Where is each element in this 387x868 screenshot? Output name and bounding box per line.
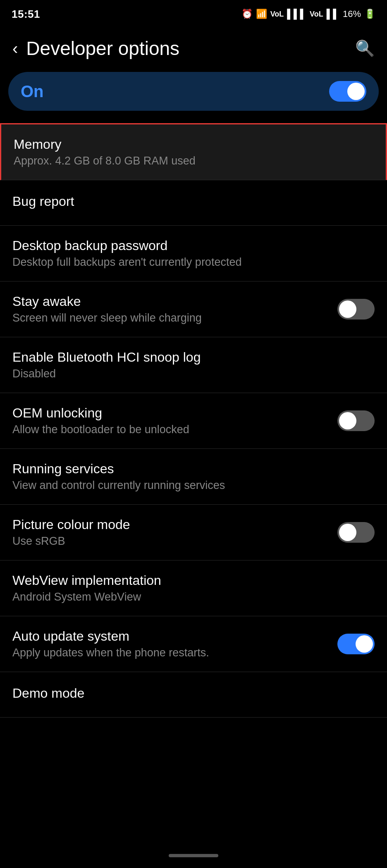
signal1-icon: ▌▌▌: [287, 9, 306, 19]
setting-item-desktop-backup-password[interactable]: Desktop backup passwordDesktop full back…: [0, 226, 387, 281]
on-label: On: [21, 82, 44, 101]
setting-subtitle-oem-unlocking: Allow the bootloader to be unlocked: [12, 423, 337, 436]
setting-text-oem-unlocking: OEM unlockingAllow the bootloader to be …: [12, 405, 337, 436]
setting-subtitle-picture-colour-mode: Use sRGB: [12, 535, 337, 548]
toggle-auto-update-system[interactable]: [337, 634, 375, 654]
setting-subtitle-running-services: View and control currently running servi…: [12, 479, 375, 492]
setting-subtitle-auto-update-system: Apply updates when the phone restarts.: [12, 646, 337, 659]
setting-item-demo-mode[interactable]: Demo mode: [0, 672, 387, 718]
page-header: ‹ Developer options 🔍: [0, 25, 387, 68]
back-button[interactable]: ‹: [12, 40, 18, 57]
status-right: ⏰ 📶 VoL ▌▌▌ VoL ▌▌ 16% 🔋: [241, 9, 375, 19]
signal2-icon: ▌▌: [327, 9, 339, 19]
navigation-bar: [0, 843, 387, 868]
setting-text-webview-implementation: WebView implementationAndroid System Web…: [12, 573, 375, 603]
setting-title-picture-colour-mode: Picture colour mode: [12, 517, 337, 532]
page-title: Developer options: [26, 37, 179, 60]
setting-text-desktop-backup-password: Desktop backup passwordDesktop full back…: [12, 238, 375, 269]
battery-level: 16%: [343, 9, 361, 19]
toggle-oem-unlocking[interactable]: [337, 410, 375, 431]
setting-subtitle-webview-implementation: Android System WebView: [12, 591, 375, 603]
setting-title-enable-bluetooth-hci-snoop-log: Enable Bluetooth HCI snoop log: [12, 350, 375, 365]
setting-title-oem-unlocking: OEM unlocking: [12, 405, 337, 421]
setting-title-demo-mode: Demo mode: [12, 686, 375, 701]
setting-subtitle-stay-awake: Screen will never sleep while charging: [12, 312, 337, 324]
setting-item-picture-colour-mode[interactable]: Picture colour modeUse sRGB: [0, 505, 387, 560]
setting-title-webview-implementation: WebView implementation: [12, 573, 375, 588]
setting-text-enable-bluetooth-hci-snoop-log: Enable Bluetooth HCI snoop logDisabled: [12, 350, 375, 380]
setting-item-auto-update-system[interactable]: Auto update systemApply updates when the…: [0, 616, 387, 672]
volte1-icon: VoL: [270, 10, 284, 19]
setting-title-running-services: Running services: [12, 461, 375, 477]
setting-item-oem-unlocking[interactable]: OEM unlockingAllow the bootloader to be …: [0, 393, 387, 449]
setting-text-demo-mode: Demo mode: [12, 686, 375, 703]
developer-options-toggle-banner[interactable]: On: [8, 72, 379, 111]
setting-item-enable-bluetooth-hci-snoop-log[interactable]: Enable Bluetooth HCI snoop logDisabled: [0, 337, 387, 393]
setting-item-stay-awake[interactable]: Stay awakeScreen will never sleep while …: [0, 281, 387, 337]
developer-options-toggle[interactable]: [329, 81, 366, 102]
header-left: ‹ Developer options: [12, 37, 179, 60]
setting-subtitle-memory: Approx. 4.2 GB of 8.0 GB RAM used: [14, 155, 373, 167]
setting-item-memory[interactable]: MemoryApprox. 4.2 GB of 8.0 GB RAM used: [0, 123, 387, 180]
status-time: 15:51: [12, 8, 40, 21]
setting-text-picture-colour-mode: Picture colour modeUse sRGB: [12, 517, 337, 548]
toggle-knob: [347, 83, 365, 100]
settings-list: MemoryApprox. 4.2 GB of 8.0 GB RAM usedB…: [0, 123, 387, 718]
setting-text-bug-report: Bug report: [12, 194, 375, 212]
setting-subtitle-enable-bluetooth-hci-snoop-log: Disabled: [12, 367, 375, 380]
toggle-knob-picture-colour-mode: [339, 524, 356, 541]
alarm-icon: ⏰: [241, 9, 253, 19]
setting-title-bug-report: Bug report: [12, 194, 375, 209]
wifi-icon: 📶: [256, 9, 267, 19]
volte2-icon: VoL: [310, 10, 323, 19]
setting-title-stay-awake: Stay awake: [12, 294, 337, 309]
setting-item-webview-implementation[interactable]: WebView implementationAndroid System Web…: [0, 560, 387, 616]
toggle-picture-colour-mode[interactable]: [337, 522, 375, 543]
setting-text-auto-update-system: Auto update systemApply updates when the…: [12, 629, 337, 659]
status-bar: 15:51 ⏰ 📶 VoL ▌▌▌ VoL ▌▌ 16% 🔋: [0, 0, 387, 25]
toggle-knob-stay-awake: [339, 300, 356, 318]
setting-title-desktop-backup-password: Desktop backup password: [12, 238, 375, 253]
nav-pill: [169, 854, 218, 857]
setting-text-memory: MemoryApprox. 4.2 GB of 8.0 GB RAM used: [14, 137, 373, 167]
setting-text-stay-awake: Stay awakeScreen will never sleep while …: [12, 294, 337, 324]
setting-subtitle-desktop-backup-password: Desktop full backups aren't currently pr…: [12, 256, 375, 269]
setting-text-running-services: Running servicesView and control current…: [12, 461, 375, 492]
search-button[interactable]: 🔍: [355, 39, 375, 57]
battery-icon: 🔋: [364, 9, 375, 19]
setting-item-running-services[interactable]: Running servicesView and control current…: [0, 449, 387, 505]
toggle-knob-oem-unlocking: [339, 412, 356, 429]
setting-item-bug-report[interactable]: Bug report: [0, 180, 387, 226]
toggle-knob-auto-update-system: [356, 635, 373, 653]
toggle-stay-awake[interactable]: [337, 299, 375, 320]
setting-title-auto-update-system: Auto update system: [12, 629, 337, 644]
setting-title-memory: Memory: [14, 137, 373, 152]
